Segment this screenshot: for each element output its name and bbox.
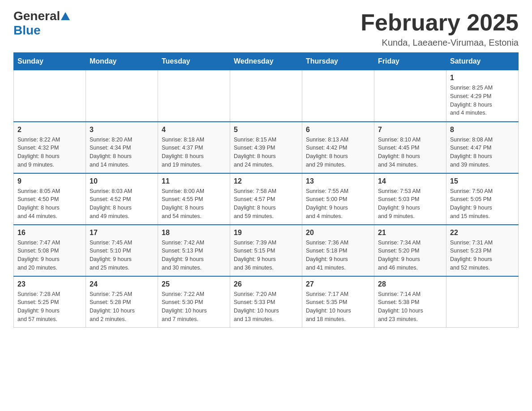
calendar-week-row: 23Sunrise: 7:28 AM Sunset: 5:25 PM Dayli… — [14, 276, 519, 328]
calendar-day-cell: 6Sunrise: 8:13 AM Sunset: 4:42 PM Daylig… — [302, 122, 374, 173]
month-title: February 2025 — [360, 9, 519, 36]
day-number: 4 — [162, 126, 226, 134]
day-info: Sunrise: 7:53 AM Sunset: 5:03 PM Dayligh… — [378, 187, 442, 221]
day-info: Sunrise: 8:25 AM Sunset: 4:29 PM Dayligh… — [450, 84, 515, 117]
day-number: 17 — [90, 229, 154, 237]
logo-triangle-icon — [61, 12, 70, 20]
day-info: Sunrise: 7:14 AM Sunset: 5:38 PM Dayligh… — [378, 290, 442, 324]
day-info: Sunrise: 7:36 AM Sunset: 5:18 PM Dayligh… — [306, 239, 370, 272]
title-block: February 2025 Kunda, Laeaene-Virumaa, Es… — [360, 9, 519, 48]
calendar-day-cell: 4Sunrise: 8:18 AM Sunset: 4:37 PM Daylig… — [158, 122, 230, 173]
day-number: 25 — [162, 280, 226, 288]
day-info: Sunrise: 7:55 AM Sunset: 5:00 PM Dayligh… — [306, 187, 370, 221]
day-info: Sunrise: 7:45 AM Sunset: 5:10 PM Dayligh… — [90, 239, 154, 272]
calendar-day-cell: 17Sunrise: 7:45 AM Sunset: 5:10 PM Dayli… — [86, 225, 158, 276]
logo-blue-text: Blue — [13, 23, 41, 38]
day-number: 11 — [162, 177, 226, 185]
day-info: Sunrise: 8:13 AM Sunset: 4:42 PM Dayligh… — [306, 136, 370, 169]
day-number: 10 — [90, 177, 154, 185]
calendar-day-cell: 10Sunrise: 8:03 AM Sunset: 4:52 PM Dayli… — [86, 173, 158, 225]
day-info: Sunrise: 7:28 AM Sunset: 5:25 PM Dayligh… — [17, 290, 82, 324]
day-number: 13 — [306, 177, 370, 185]
calendar-day-cell: 21Sunrise: 7:34 AM Sunset: 5:20 PM Dayli… — [374, 225, 446, 276]
calendar-week-row: 2Sunrise: 8:22 AM Sunset: 4:32 PM Daylig… — [14, 122, 519, 173]
day-info: Sunrise: 8:00 AM Sunset: 4:55 PM Dayligh… — [162, 187, 226, 221]
calendar-day-cell: 12Sunrise: 7:58 AM Sunset: 4:57 PM Dayli… — [230, 173, 302, 225]
day-number: 2 — [17, 126, 82, 134]
calendar-day-header: Tuesday — [158, 53, 230, 70]
day-number: 9 — [17, 177, 82, 185]
day-info: Sunrise: 8:08 AM Sunset: 4:47 PM Dayligh… — [450, 136, 515, 169]
day-info: Sunrise: 7:39 AM Sunset: 5:15 PM Dayligh… — [234, 239, 298, 272]
day-number: 18 — [162, 229, 226, 237]
calendar-day-header: Thursday — [302, 53, 374, 70]
logo: General Blue — [13, 9, 71, 38]
calendar-day-cell: 11Sunrise: 8:00 AM Sunset: 4:55 PM Dayli… — [158, 173, 230, 225]
calendar-day-cell — [374, 70, 446, 122]
calendar-table: SundayMondayTuesdayWednesdayThursdayFrid… — [13, 52, 519, 328]
day-info: Sunrise: 7:25 AM Sunset: 5:28 PM Dayligh… — [90, 290, 154, 324]
calendar-day-cell: 15Sunrise: 7:50 AM Sunset: 5:05 PM Dayli… — [446, 173, 519, 225]
day-number: 28 — [378, 280, 442, 288]
calendar-day-cell: 19Sunrise: 7:39 AM Sunset: 5:15 PM Dayli… — [230, 225, 302, 276]
calendar-day-cell: 25Sunrise: 7:22 AM Sunset: 5:30 PM Dayli… — [158, 276, 230, 328]
day-info: Sunrise: 8:05 AM Sunset: 4:50 PM Dayligh… — [17, 187, 82, 221]
calendar-day-cell: 28Sunrise: 7:14 AM Sunset: 5:38 PM Dayli… — [374, 276, 446, 328]
location: Kunda, Laeaene-Virumaa, Estonia — [360, 38, 519, 48]
calendar-day-cell: 2Sunrise: 8:22 AM Sunset: 4:32 PM Daylig… — [14, 122, 86, 173]
day-info: Sunrise: 8:10 AM Sunset: 4:45 PM Dayligh… — [378, 136, 442, 169]
calendar-day-header: Saturday — [446, 53, 519, 70]
calendar-day-header: Monday — [86, 53, 158, 70]
day-number: 27 — [306, 280, 370, 288]
day-info: Sunrise: 7:22 AM Sunset: 5:30 PM Dayligh… — [162, 290, 226, 324]
day-info: Sunrise: 8:03 AM Sunset: 4:52 PM Dayligh… — [90, 187, 154, 221]
calendar-day-cell: 20Sunrise: 7:36 AM Sunset: 5:18 PM Dayli… — [302, 225, 374, 276]
day-info: Sunrise: 7:17 AM Sunset: 5:35 PM Dayligh… — [306, 290, 370, 324]
calendar-day-cell: 8Sunrise: 8:08 AM Sunset: 4:47 PM Daylig… — [446, 122, 519, 173]
calendar-day-cell: 22Sunrise: 7:31 AM Sunset: 5:23 PM Dayli… — [446, 225, 519, 276]
calendar-header-row: SundayMondayTuesdayWednesdayThursdayFrid… — [14, 53, 519, 70]
calendar-day-header: Friday — [374, 53, 446, 70]
day-number: 12 — [234, 177, 298, 185]
calendar-day-cell: 23Sunrise: 7:28 AM Sunset: 5:25 PM Dayli… — [14, 276, 86, 328]
day-number: 19 — [234, 229, 298, 237]
day-number: 21 — [378, 229, 442, 237]
calendar-day-cell: 5Sunrise: 8:15 AM Sunset: 4:39 PM Daylig… — [230, 122, 302, 173]
day-info: Sunrise: 8:22 AM Sunset: 4:32 PM Dayligh… — [17, 136, 82, 169]
day-number: 20 — [306, 229, 370, 237]
calendar-week-row: 16Sunrise: 7:47 AM Sunset: 5:08 PM Dayli… — [14, 225, 519, 276]
calendar-day-cell — [446, 276, 519, 328]
day-number: 6 — [306, 126, 370, 134]
day-number: 24 — [90, 280, 154, 288]
day-info: Sunrise: 7:42 AM Sunset: 5:13 PM Dayligh… — [162, 239, 226, 272]
day-info: Sunrise: 7:50 AM Sunset: 5:05 PM Dayligh… — [450, 187, 515, 221]
calendar-day-cell: 14Sunrise: 7:53 AM Sunset: 5:03 PM Dayli… — [374, 173, 446, 225]
calendar-week-row: 1Sunrise: 8:25 AM Sunset: 4:29 PM Daylig… — [14, 70, 519, 122]
day-info: Sunrise: 7:31 AM Sunset: 5:23 PM Dayligh… — [450, 239, 515, 272]
calendar-day-cell: 24Sunrise: 7:25 AM Sunset: 5:28 PM Dayli… — [86, 276, 158, 328]
day-info: Sunrise: 7:20 AM Sunset: 5:33 PM Dayligh… — [234, 290, 298, 324]
calendar-day-cell: 13Sunrise: 7:55 AM Sunset: 5:00 PM Dayli… — [302, 173, 374, 225]
calendar-week-row: 9Sunrise: 8:05 AM Sunset: 4:50 PM Daylig… — [14, 173, 519, 225]
page-header: General Blue February 2025 Kunda, Laeaen… — [13, 9, 519, 48]
calendar-day-cell — [14, 70, 86, 122]
calendar-day-cell: 3Sunrise: 8:20 AM Sunset: 4:34 PM Daylig… — [86, 122, 158, 173]
calendar-day-cell: 26Sunrise: 7:20 AM Sunset: 5:33 PM Dayli… — [230, 276, 302, 328]
calendar-day-header: Wednesday — [230, 53, 302, 70]
calendar-day-cell: 1Sunrise: 8:25 AM Sunset: 4:29 PM Daylig… — [446, 70, 519, 122]
day-info: Sunrise: 8:18 AM Sunset: 4:37 PM Dayligh… — [162, 136, 226, 169]
day-number: 1 — [450, 74, 515, 82]
calendar-day-cell: 16Sunrise: 7:47 AM Sunset: 5:08 PM Dayli… — [14, 225, 86, 276]
calendar-day-cell — [302, 70, 374, 122]
day-info: Sunrise: 7:47 AM Sunset: 5:08 PM Dayligh… — [17, 239, 82, 272]
calendar-day-cell — [158, 70, 230, 122]
day-number: 16 — [17, 229, 82, 237]
day-number: 26 — [234, 280, 298, 288]
day-number: 23 — [17, 280, 82, 288]
calendar-day-cell: 27Sunrise: 7:17 AM Sunset: 5:35 PM Dayli… — [302, 276, 374, 328]
calendar-day-cell: 7Sunrise: 8:10 AM Sunset: 4:45 PM Daylig… — [374, 122, 446, 173]
calendar-day-cell — [86, 70, 158, 122]
calendar-day-cell: 18Sunrise: 7:42 AM Sunset: 5:13 PM Dayli… — [158, 225, 230, 276]
day-info: Sunrise: 7:34 AM Sunset: 5:20 PM Dayligh… — [378, 239, 442, 272]
logo-general-text: General — [13, 9, 60, 23]
